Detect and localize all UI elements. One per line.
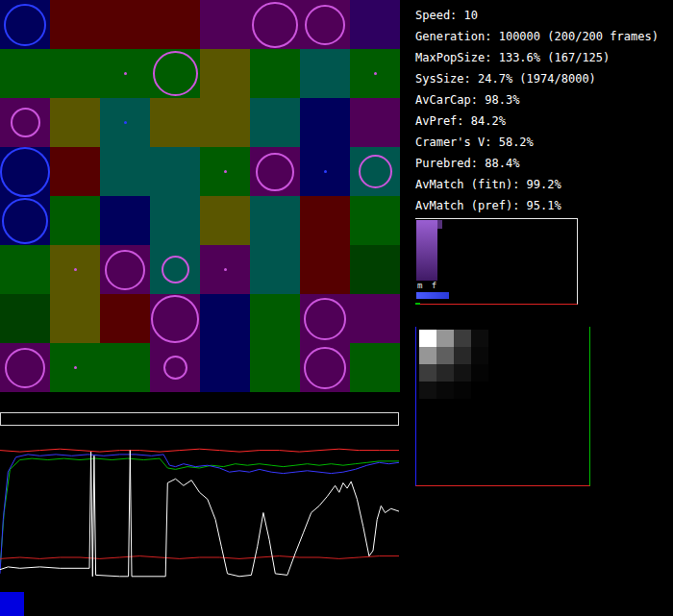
grid-cell: [50, 98, 100, 147]
organism-circle: [359, 155, 392, 188]
history-chart-svg: [0, 445, 399, 580]
histogram-bar: [416, 220, 437, 281]
organism-circle: [256, 153, 294, 191]
organism-circle: [304, 298, 346, 340]
grid-cell: [100, 294, 150, 343]
matrix-cell: [419, 347, 436, 364]
trace-red-lower: [0, 556, 399, 559]
organism-dot: [374, 72, 377, 75]
grid-cell: [50, 147, 100, 196]
grid-cell: [250, 343, 300, 392]
grid-cell: [200, 343, 250, 392]
grid-cell: [300, 49, 350, 98]
mf-histogram-panel: m f: [415, 218, 578, 305]
stat-line: SysSize: 24.7% (1974/8000): [415, 68, 659, 89]
frame-progress-bar: [0, 412, 399, 426]
matrix-cell: [436, 347, 454, 364]
grid-cell: [100, 147, 150, 196]
matrix-cell: [454, 330, 471, 347]
organism-circle: [163, 356, 187, 380]
organism-dot: [224, 170, 227, 173]
matrix-cell: [436, 330, 454, 347]
male-color-bar: [416, 292, 449, 299]
grid-cell: [150, 0, 200, 49]
organism-dot: [74, 268, 77, 271]
organism-circle: [11, 108, 40, 137]
grid-cell: [300, 196, 350, 245]
stat-line: AvMatch (pref): 95.1%: [415, 195, 659, 216]
grid-cell: [0, 49, 50, 98]
organism-dot: [224, 268, 227, 271]
grid-cell: [50, 0, 100, 49]
organism-circle: [153, 51, 198, 96]
organism-circle: [105, 250, 145, 290]
grid-cell: [200, 49, 250, 98]
organism-dot: [124, 72, 127, 75]
grid-cell: [150, 98, 200, 147]
organism-circle: [305, 5, 345, 45]
grid-cell: [0, 245, 50, 294]
trace-green: [0, 458, 399, 570]
footer-swatch: [0, 592, 24, 616]
grid-cell: [0, 294, 50, 343]
matrix-cell: [471, 364, 488, 382]
matrix-cell: [436, 364, 454, 382]
grid-cell: [200, 196, 250, 245]
matrix-cell: [471, 330, 488, 347]
organism-circle: [151, 295, 199, 343]
organism-circle: [304, 347, 346, 389]
grid-cell: [150, 147, 200, 196]
grid-cell: [200, 0, 250, 49]
grid-cell: [250, 98, 300, 147]
mf-label: m f: [417, 281, 438, 290]
grid-cell: [350, 196, 400, 245]
grid-cell: [50, 49, 100, 98]
stat-line: AvPref: 84.2%: [415, 111, 659, 132]
organism-circle: [5, 348, 45, 388]
trace-red-upper: [0, 449, 399, 452]
organism-circle: [4, 4, 46, 46]
grid-cell: [350, 98, 400, 147]
matrix-cell: [419, 364, 436, 382]
stat-line: AvCarCap: 98.3%: [415, 89, 659, 111]
axis-tick-green: [415, 303, 420, 305]
grid-cell: [200, 98, 250, 147]
organism-circle: [2, 198, 48, 244]
grid-cell: [100, 343, 150, 392]
trace-blue: [0, 455, 399, 574]
grid-cell: [350, 0, 400, 49]
matrix-cell: [471, 347, 488, 364]
grid-cell: [200, 294, 250, 343]
sim-grid[interactable]: [0, 0, 400, 392]
stat-line: Speed: 10: [415, 5, 659, 26]
matrix-cell: [419, 382, 436, 399]
app-window: Speed: 10Generation: 100000 (200/200 fra…: [0, 0, 673, 616]
matrix-cell: [454, 347, 471, 364]
matrix-cell: [419, 330, 436, 347]
stat-line: MaxPopSize: 133.6% (167/125): [415, 47, 659, 68]
grid-cell: [300, 98, 350, 147]
organism-circle: [252, 2, 298, 48]
matrix-cell: [436, 382, 454, 399]
organism-dot: [74, 366, 77, 369]
grid-cell: [250, 49, 300, 98]
organism-circle: [0, 147, 50, 197]
grid-cell: [50, 294, 100, 343]
organism-circle: [162, 256, 189, 283]
matrix-cell: [454, 382, 471, 399]
stat-line: Cramer's V: 58.2%: [415, 132, 659, 153]
stat-line: AvMatch (fitn): 99.2%: [415, 174, 659, 195]
stat-line: Purebred: 88.4%: [415, 153, 659, 174]
grid-cell: [250, 196, 300, 245]
grid-cell: [250, 294, 300, 343]
pref-matrix-panel: [415, 327, 590, 486]
grid-cell: [150, 196, 200, 245]
grid-cell: [100, 196, 150, 245]
grid-cell: [50, 196, 100, 245]
grid-cell: [350, 343, 400, 392]
organism-dot: [324, 170, 327, 173]
stats-panel: Speed: 10Generation: 100000 (200/200 fra…: [415, 5, 659, 216]
grid-cell: [350, 294, 400, 343]
histogram-bar: [437, 220, 442, 229]
organism-dot: [124, 121, 127, 124]
